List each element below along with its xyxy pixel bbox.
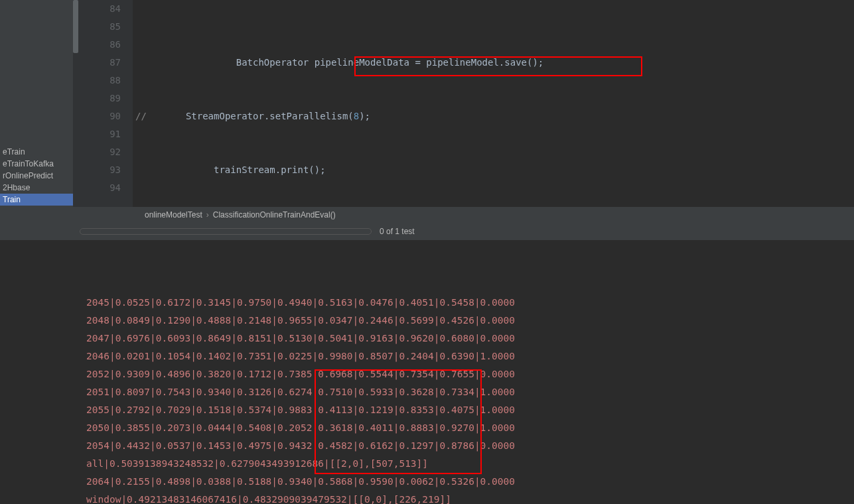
- sidebar-item[interactable]: rOnlinePredict: [0, 170, 73, 182]
- editor-scrollbar-thumb[interactable]: [73, 0, 78, 53]
- sidebar-item[interactable]: Train: [0, 194, 73, 206]
- console-line: 2050|0.3855|0.2073|0.0444|0.5408|0.2052|…: [86, 419, 854, 437]
- line-number: 92: [73, 143, 121, 161]
- console-line: 2048|0.0849|0.1290|0.4888|0.2148|0.9655|…: [86, 312, 854, 330]
- test-progress-bar: [80, 228, 372, 235]
- line-number: 86: [73, 36, 121, 54]
- console-line: 2045|0.0525|0.6172|0.3145|0.9750|0.4940|…: [86, 294, 854, 312]
- line-number: 93: [73, 161, 121, 179]
- line-number: 90: [73, 107, 121, 125]
- console-line: 2051|0.8097|0.7543|0.9340|0.3126|0.6274|…: [86, 383, 854, 401]
- code-l85-n: 8: [354, 111, 359, 121]
- line-number: 91: [73, 125, 121, 143]
- console-output[interactable]: 2045|0.0525|0.6172|0.3145|0.9750|0.4940|…: [0, 240, 854, 504]
- console-line: 2046|0.0201|0.1054|0.1402|0.7351|0.0225|…: [86, 347, 854, 365]
- project-sidebar[interactable]: eTraineTrainToKafkarOnlinePredict2HbaseT…: [0, 0, 73, 207]
- code-l86: trainStream.print();: [214, 164, 326, 175]
- code-l84: BatchOperator pipelineModelData = pipeli…: [236, 57, 544, 68]
- line-number: 89: [73, 90, 121, 107]
- console-line: 2064|0.2155|0.4898|0.0388|0.5188|0.9340|…: [86, 473, 854, 491]
- code-l85-b: );: [359, 111, 370, 121]
- console-line: 2055|0.2792|0.7029|0.1518|0.5374|0.9883|…: [86, 401, 854, 419]
- code-l85-comment: //: [135, 111, 147, 121]
- console-line: 2054|0.4432|0.0537|0.1453|0.4975|0.9432|…: [86, 437, 854, 455]
- sidebar-item[interactable]: eTrainToKafka: [0, 158, 73, 170]
- line-number: 84: [73, 0, 121, 18]
- line-number: 85: [73, 18, 121, 36]
- console-line: 2047|0.6976|0.6093|0.8649|0.8151|0.5130|…: [86, 330, 854, 347]
- line-number: 94: [73, 179, 121, 197]
- console-line: 2052|0.9309|0.4896|0.3820|0.1712|0.7385|…: [86, 365, 854, 383]
- code-l85-a: StreamOperator.setParallelism(: [186, 111, 354, 121]
- sidebar-item[interactable]: eTrain: [0, 146, 73, 158]
- code-editor[interactable]: BatchOperator pipelineModelData = pipeli…: [133, 0, 854, 207]
- sidebar-item[interactable]: 2Hbase: [0, 182, 73, 194]
- line-number: 88: [73, 72, 121, 90]
- line-number: 87: [73, 54, 121, 72]
- console-line: window|0.49213483146067416|0.48329090394…: [86, 491, 854, 504]
- console-line: all|0.5039138943248532|0.627904349391268…: [86, 455, 854, 473]
- line-gutter: 8485868788899091929394: [73, 0, 133, 207]
